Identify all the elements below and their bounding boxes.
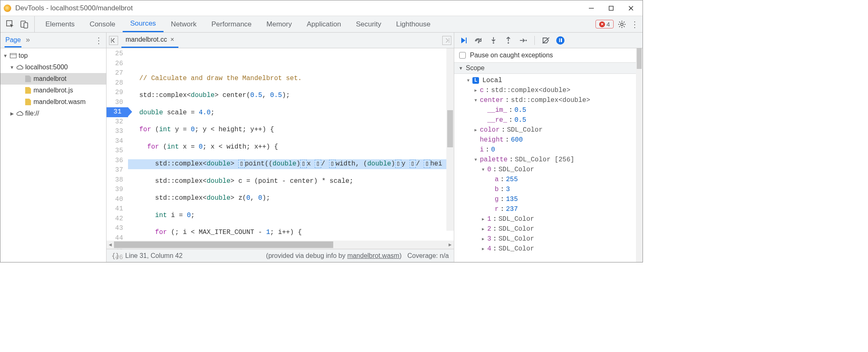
open-file-name: mandelbrot.cc xyxy=(126,36,167,43)
navigator-tab-page[interactable]: Page xyxy=(5,36,21,47)
svg-line-14 xyxy=(624,21,624,22)
scope-var-p0-b[interactable]: b: 3 xyxy=(454,184,643,194)
navigator-more-tabs-icon[interactable]: » xyxy=(21,35,34,44)
tree-file-label: mandelbrot xyxy=(33,75,66,83)
scope-var-i[interactable]: i: 0 xyxy=(454,145,643,155)
window-maximize-button[interactable] xyxy=(601,1,621,16)
scope-var-palette-4[interactable]: 4: SDL_Color xyxy=(454,244,643,254)
svg-point-19 xyxy=(478,42,479,43)
cloud-icon xyxy=(16,64,24,71)
pause-caught-row[interactable]: Pause on caught exceptions xyxy=(454,48,643,62)
cloud-icon xyxy=(16,110,24,117)
scope-var-p0-a[interactable]: a: 255 xyxy=(454,175,643,184)
svg-point-21 xyxy=(493,42,494,44)
file-icon xyxy=(24,75,32,83)
checkbox-icon[interactable] xyxy=(459,52,466,59)
tab-sources[interactable]: Sources xyxy=(123,16,163,32)
scope-var-palette-0[interactable]: 0: SDL_Color xyxy=(454,165,643,175)
scope-var-palette-2[interactable]: 2: SDL_Color xyxy=(454,224,643,234)
nav-back-button[interactable] xyxy=(109,36,118,45)
scope-var-color[interactable]: color: SDL_Color xyxy=(454,125,643,135)
svg-point-25 xyxy=(525,40,527,41)
tab-application[interactable]: Application xyxy=(299,16,349,32)
tree-file-mandelbrot-wasm[interactable]: mandelbrot.wasm xyxy=(0,96,106,108)
debugger-scrollbar[interactable] xyxy=(636,48,643,262)
file-icon xyxy=(24,87,32,94)
debug-info-file-link[interactable]: mandelbrot.wasm xyxy=(347,252,399,259)
deactivate-breakpoints-button[interactable] xyxy=(541,36,550,45)
scope-var-c[interactable]: c: std::complex<double> xyxy=(454,85,643,95)
tab-lighthouse[interactable]: Lighthouse xyxy=(389,16,438,32)
main-area: Page » ⋮ top localhost:5000 man xyxy=(0,33,643,262)
code-editor[interactable]: 252627282930 31 323334353637383940414243… xyxy=(107,48,454,241)
navigator-menu-icon[interactable]: ⋮ xyxy=(95,35,102,45)
file-icon xyxy=(24,98,32,106)
navigator-header: Page » ⋮ xyxy=(0,33,106,48)
file-tree: top localhost:5000 mandelbrot mandelbrot… xyxy=(0,48,106,262)
more-menu-icon[interactable]: ⋮ xyxy=(630,20,638,28)
tree-file-scheme[interactable]: file:// xyxy=(0,108,106,119)
coverage-status: Coverage: n/a xyxy=(407,252,449,260)
tree-top[interactable]: top xyxy=(0,50,106,61)
settings-gear-icon[interactable] xyxy=(618,20,626,28)
main-toolbar: Elements Console Sources Network Perform… xyxy=(0,16,643,33)
close-file-icon[interactable]: × xyxy=(171,36,174,43)
devtools-window: DevTools - localhost:5000/mandelbrot Ele… xyxy=(0,0,643,262)
error-icon: ✕ xyxy=(599,21,605,27)
code-body[interactable]: // Calculate and draw the Mandelbrot set… xyxy=(128,48,454,241)
titlebar: DevTools - localhost:5000/mandelbrot xyxy=(0,0,643,16)
line-gutter[interactable]: 252627282930 31 323334353637383940414243… xyxy=(107,48,128,241)
scope-var-p0-r[interactable]: r: 237 xyxy=(454,204,643,214)
svg-line-15 xyxy=(619,26,620,27)
device-toolbar-icon[interactable] xyxy=(20,20,28,28)
scope-local[interactable]: LLocal xyxy=(454,76,643,85)
window-close-button[interactable] xyxy=(621,1,641,16)
tree-file-mandelbrot[interactable]: mandelbrot xyxy=(0,73,106,85)
window-title: DevTools - localhost:5000/mandelbrot xyxy=(15,4,133,12)
svg-point-7 xyxy=(621,23,623,26)
tree-host[interactable]: localhost:5000 xyxy=(0,61,106,73)
error-count: 4 xyxy=(607,21,610,28)
pause-caught-label: Pause on caught exceptions xyxy=(470,52,553,59)
source-header: mandelbrot.cc × xyxy=(107,33,454,48)
breakpoint-marker[interactable]: 31 xyxy=(107,107,128,117)
tree-file-mandelbrot-js[interactable]: mandelbrot.js xyxy=(0,85,106,96)
step-button[interactable] xyxy=(519,36,528,45)
debug-info-text: (provided via debug info by mandelbrot.w… xyxy=(266,252,401,260)
tab-elements[interactable]: Elements xyxy=(38,16,82,32)
window-icon xyxy=(9,52,17,59)
tab-performance[interactable]: Performance xyxy=(204,16,259,32)
scope-var-center-im[interactable]: __im_: 0.5 xyxy=(454,105,643,115)
horizontal-scrollbar[interactable]: ◄► xyxy=(107,241,454,249)
scope-var-height[interactable]: height: 600 xyxy=(454,135,643,145)
vertical-scrollbar[interactable] xyxy=(446,48,454,231)
debugger-toolbar xyxy=(454,33,643,48)
error-counter[interactable]: ✕ 4 xyxy=(595,20,614,28)
cursor-position: Line 31, Column 42 xyxy=(125,252,183,260)
tree-file-label: file:// xyxy=(25,110,39,117)
tab-network[interactable]: Network xyxy=(164,16,204,32)
window-minimize-button[interactable] xyxy=(581,1,601,16)
scope-var-p0-g[interactable]: g: 135 xyxy=(454,194,643,204)
scope-var-palette[interactable]: palette: SDL_Color [256] xyxy=(454,155,643,165)
tab-security[interactable]: Security xyxy=(349,16,389,32)
open-file-tab[interactable]: mandelbrot.cc × xyxy=(121,33,178,48)
local-badge-icon: L xyxy=(472,77,479,84)
status-bar: {} Line 31, Column 42 (provided via debu… xyxy=(107,249,454,262)
pause-on-exceptions-button[interactable] xyxy=(556,36,564,45)
scope-section-header[interactable]: Scope xyxy=(454,62,643,74)
tab-memory[interactable]: Memory xyxy=(259,16,299,32)
step-into-button[interactable] xyxy=(489,36,498,45)
scope-var-center[interactable]: center: std::complex<double> xyxy=(454,95,643,105)
inspect-element-icon[interactable] xyxy=(6,20,14,28)
scope-var-palette-3[interactable]: 3: SDL_Color xyxy=(454,234,643,244)
debugger-panel: Pause on caught exceptions Scope LLocal … xyxy=(454,33,643,262)
step-out-button[interactable] xyxy=(504,36,513,45)
nav-forward-button[interactable] xyxy=(442,36,451,45)
tab-console[interactable]: Console xyxy=(82,16,123,32)
scope-var-center-re[interactable]: __re_: 0.5 xyxy=(454,115,643,125)
resume-button[interactable] xyxy=(459,36,468,45)
step-over-button[interactable] xyxy=(474,36,483,45)
scope-var-palette-1[interactable]: 1: SDL_Color xyxy=(454,214,643,224)
scope-label: Scope xyxy=(466,64,484,72)
